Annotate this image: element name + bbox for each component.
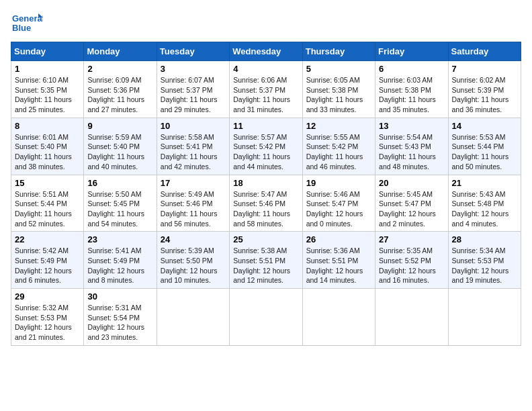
calendar-day-cell: 7Sunrise: 6:02 AM Sunset: 5:39 PM Daylig… bbox=[448, 61, 521, 118]
day-info: Sunrise: 5:55 AM Sunset: 5:42 PM Dayligh… bbox=[306, 132, 371, 172]
day-info: Sunrise: 5:43 AM Sunset: 5:48 PM Dayligh… bbox=[452, 189, 517, 229]
day-number: 12 bbox=[306, 121, 371, 131]
day-number: 14 bbox=[452, 121, 517, 131]
day-number: 2 bbox=[87, 64, 152, 74]
day-info: Sunrise: 5:51 AM Sunset: 5:44 PM Dayligh… bbox=[15, 189, 80, 229]
calendar-day-cell: 15Sunrise: 5:51 AM Sunset: 5:44 PM Dayli… bbox=[11, 175, 84, 232]
day-info: Sunrise: 6:03 AM Sunset: 5:38 PM Dayligh… bbox=[379, 75, 444, 115]
day-info: Sunrise: 5:41 AM Sunset: 5:49 PM Dayligh… bbox=[87, 246, 152, 285]
day-number: 23 bbox=[87, 234, 152, 244]
day-number: 4 bbox=[233, 64, 298, 74]
calendar-week-row: 1Sunrise: 6:10 AM Sunset: 5:35 PM Daylig… bbox=[11, 61, 521, 118]
day-info: Sunrise: 6:09 AM Sunset: 5:36 PM Dayligh… bbox=[87, 75, 152, 115]
day-number: 17 bbox=[161, 178, 226, 188]
calendar-day-cell: 24Sunrise: 5:39 AM Sunset: 5:50 PM Dayli… bbox=[157, 232, 229, 289]
day-info: Sunrise: 5:38 AM Sunset: 5:51 PM Dayligh… bbox=[233, 246, 298, 285]
calendar-day-cell bbox=[448, 289, 521, 346]
logo: General Blue bbox=[11, 11, 43, 36]
calendar-day-cell: 10Sunrise: 5:58 AM Sunset: 5:41 PM Dayli… bbox=[157, 118, 229, 175]
day-number: 1 bbox=[15, 64, 80, 74]
day-number: 5 bbox=[306, 64, 371, 74]
day-number: 7 bbox=[452, 64, 517, 74]
weekday-header: Monday bbox=[84, 42, 157, 61]
day-info: Sunrise: 5:54 AM Sunset: 5:43 PM Dayligh… bbox=[379, 132, 444, 172]
day-number: 21 bbox=[452, 178, 517, 188]
day-number: 27 bbox=[379, 234, 444, 244]
day-info: Sunrise: 5:53 AM Sunset: 5:44 PM Dayligh… bbox=[452, 132, 517, 172]
calendar-day-cell: 28Sunrise: 5:34 AM Sunset: 5:53 PM Dayli… bbox=[448, 232, 521, 289]
calendar-week-row: 29Sunrise: 5:32 AM Sunset: 5:53 PM Dayli… bbox=[11, 289, 521, 346]
page-header: General Blue bbox=[11, 11, 521, 36]
day-number: 16 bbox=[87, 178, 152, 188]
day-number: 19 bbox=[306, 178, 371, 188]
calendar-day-cell: 21Sunrise: 5:43 AM Sunset: 5:48 PM Dayli… bbox=[448, 175, 521, 232]
calendar-day-cell: 14Sunrise: 5:53 AM Sunset: 5:44 PM Dayli… bbox=[448, 118, 521, 175]
logo-svg: General Blue bbox=[11, 11, 43, 36]
weekday-header: Sunday bbox=[11, 42, 84, 61]
calendar-day-cell: 17Sunrise: 5:49 AM Sunset: 5:46 PM Dayli… bbox=[157, 175, 229, 232]
day-number: 30 bbox=[87, 291, 152, 302]
day-info: Sunrise: 5:58 AM Sunset: 5:41 PM Dayligh… bbox=[161, 132, 226, 172]
calendar-day-cell: 6Sunrise: 6:03 AM Sunset: 5:38 PM Daylig… bbox=[375, 61, 448, 118]
day-number: 15 bbox=[15, 178, 80, 188]
day-info: Sunrise: 5:45 AM Sunset: 5:47 PM Dayligh… bbox=[379, 189, 444, 229]
calendar-day-cell: 12Sunrise: 5:55 AM Sunset: 5:42 PM Dayli… bbox=[302, 118, 375, 175]
calendar-day-cell: 3Sunrise: 6:07 AM Sunset: 5:37 PM Daylig… bbox=[157, 61, 229, 118]
calendar-day-cell: 4Sunrise: 6:06 AM Sunset: 5:37 PM Daylig… bbox=[230, 61, 302, 118]
day-number: 13 bbox=[379, 121, 444, 131]
weekday-header: Friday bbox=[375, 42, 448, 61]
calendar-day-cell bbox=[302, 289, 375, 346]
calendar-day-cell bbox=[375, 289, 448, 346]
day-info: Sunrise: 5:47 AM Sunset: 5:46 PM Dayligh… bbox=[233, 189, 298, 229]
day-info: Sunrise: 5:34 AM Sunset: 5:53 PM Dayligh… bbox=[452, 246, 517, 285]
calendar-day-cell: 8Sunrise: 6:01 AM Sunset: 5:40 PM Daylig… bbox=[11, 118, 84, 175]
calendar-table: SundayMondayTuesdayWednesdayThursdayFrid… bbox=[11, 42, 521, 346]
calendar-day-cell bbox=[157, 289, 229, 346]
day-number: 20 bbox=[379, 178, 444, 188]
calendar-day-cell: 5Sunrise: 6:05 AM Sunset: 5:38 PM Daylig… bbox=[302, 61, 375, 118]
calendar-week-row: 8Sunrise: 6:01 AM Sunset: 5:40 PM Daylig… bbox=[11, 118, 521, 175]
calendar-week-row: 22Sunrise: 5:42 AM Sunset: 5:49 PM Dayli… bbox=[11, 232, 521, 289]
day-info: Sunrise: 6:02 AM Sunset: 5:39 PM Dayligh… bbox=[452, 75, 517, 115]
day-number: 25 bbox=[233, 234, 298, 244]
day-info: Sunrise: 6:05 AM Sunset: 5:38 PM Dayligh… bbox=[306, 75, 371, 115]
day-number: 28 bbox=[452, 234, 517, 244]
day-info: Sunrise: 5:59 AM Sunset: 5:40 PM Dayligh… bbox=[87, 132, 152, 172]
day-info: Sunrise: 6:10 AM Sunset: 5:35 PM Dayligh… bbox=[15, 75, 80, 115]
weekday-header: Tuesday bbox=[157, 42, 229, 61]
calendar-day-cell bbox=[230, 289, 302, 346]
day-info: Sunrise: 5:32 AM Sunset: 5:53 PM Dayligh… bbox=[15, 303, 80, 342]
day-info: Sunrise: 5:46 AM Sunset: 5:47 PM Dayligh… bbox=[306, 189, 371, 229]
day-info: Sunrise: 5:35 AM Sunset: 5:52 PM Dayligh… bbox=[379, 246, 444, 285]
day-number: 10 bbox=[161, 121, 226, 131]
calendar-day-cell: 22Sunrise: 5:42 AM Sunset: 5:49 PM Dayli… bbox=[11, 232, 84, 289]
calendar-day-cell: 18Sunrise: 5:47 AM Sunset: 5:46 PM Dayli… bbox=[230, 175, 302, 232]
calendar-header-row: SundayMondayTuesdayWednesdayThursdayFrid… bbox=[11, 42, 521, 61]
calendar-day-cell: 26Sunrise: 5:36 AM Sunset: 5:51 PM Dayli… bbox=[302, 232, 375, 289]
calendar-day-cell: 30Sunrise: 5:31 AM Sunset: 5:54 PM Dayli… bbox=[84, 289, 157, 346]
day-number: 11 bbox=[233, 121, 298, 131]
day-number: 29 bbox=[15, 291, 80, 302]
day-number: 18 bbox=[233, 178, 298, 188]
calendar-day-cell: 27Sunrise: 5:35 AM Sunset: 5:52 PM Dayli… bbox=[375, 232, 448, 289]
calendar-day-cell: 9Sunrise: 5:59 AM Sunset: 5:40 PM Daylig… bbox=[84, 118, 157, 175]
calendar-day-cell: 19Sunrise: 5:46 AM Sunset: 5:47 PM Dayli… bbox=[302, 175, 375, 232]
day-info: Sunrise: 6:06 AM Sunset: 5:37 PM Dayligh… bbox=[233, 75, 298, 115]
day-number: 26 bbox=[306, 234, 371, 244]
calendar-day-cell: 2Sunrise: 6:09 AM Sunset: 5:36 PM Daylig… bbox=[84, 61, 157, 118]
day-number: 9 bbox=[87, 121, 152, 131]
calendar-day-cell: 29Sunrise: 5:32 AM Sunset: 5:53 PM Dayli… bbox=[11, 289, 84, 346]
calendar-day-cell: 20Sunrise: 5:45 AM Sunset: 5:47 PM Dayli… bbox=[375, 175, 448, 232]
day-info: Sunrise: 6:07 AM Sunset: 5:37 PM Dayligh… bbox=[161, 75, 226, 115]
day-number: 8 bbox=[15, 121, 80, 131]
calendar-day-cell: 1Sunrise: 6:10 AM Sunset: 5:35 PM Daylig… bbox=[11, 61, 84, 118]
day-number: 3 bbox=[161, 64, 226, 74]
calendar-day-cell: 23Sunrise: 5:41 AM Sunset: 5:49 PM Dayli… bbox=[84, 232, 157, 289]
calendar-day-cell: 13Sunrise: 5:54 AM Sunset: 5:43 PM Dayli… bbox=[375, 118, 448, 175]
day-number: 6 bbox=[379, 64, 444, 74]
calendar-day-cell: 11Sunrise: 5:57 AM Sunset: 5:42 PM Dayli… bbox=[230, 118, 302, 175]
calendar-day-cell: 25Sunrise: 5:38 AM Sunset: 5:51 PM Dayli… bbox=[230, 232, 302, 289]
calendar-week-row: 15Sunrise: 5:51 AM Sunset: 5:44 PM Dayli… bbox=[11, 175, 521, 232]
day-info: Sunrise: 5:39 AM Sunset: 5:50 PM Dayligh… bbox=[161, 246, 226, 285]
day-info: Sunrise: 5:42 AM Sunset: 5:49 PM Dayligh… bbox=[15, 246, 80, 285]
